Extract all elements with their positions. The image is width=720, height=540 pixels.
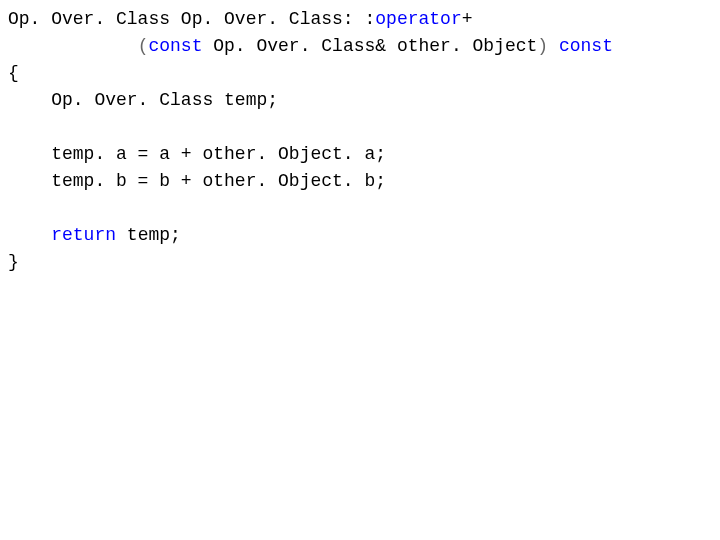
- close-paren: ): [537, 36, 548, 56]
- param-type: Op. Over. Class&: [202, 36, 396, 56]
- return-type: Op. Over. Class: [8, 9, 170, 29]
- param-name: other. Object: [397, 36, 537, 56]
- close-brace: }: [8, 252, 19, 272]
- open-paren: (: [138, 36, 149, 56]
- return-expr: temp;: [116, 225, 181, 245]
- assign-b-line: temp. b = b + other. Object. b;: [8, 171, 386, 191]
- decl-line: Op. Over. Class temp;: [8, 90, 278, 110]
- open-brace: {: [8, 63, 19, 83]
- return-indent: [8, 225, 51, 245]
- const-keyword-1: const: [148, 36, 202, 56]
- param-indent: [8, 36, 138, 56]
- assign-a-line: temp. a = a + other. Object. a;: [8, 144, 386, 164]
- operator-symbol: +: [462, 9, 473, 29]
- class-scope: Op. Over. Class: :: [181, 9, 375, 29]
- operator-keyword: operator: [375, 9, 461, 29]
- const-keyword-2: const: [559, 36, 613, 56]
- code-block: Op. Over. Class Op. Over. Class: :operat…: [0, 0, 720, 282]
- return-keyword: return: [51, 225, 116, 245]
